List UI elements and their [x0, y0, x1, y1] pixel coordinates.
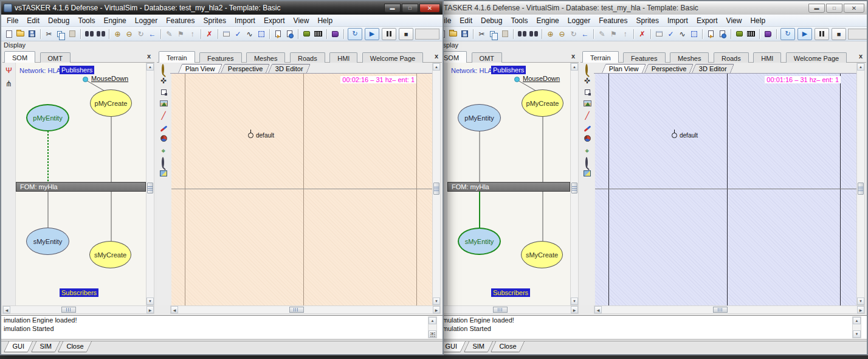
- generate-code-button[interactable]: [706, 29, 716, 40]
- maximize-button[interactable]: □: [402, 4, 418, 13]
- generate-web-button[interactable]: [284, 29, 295, 40]
- display-hscrollbar[interactable]: ◀ ▶: [434, 305, 579, 314]
- menu-debug[interactable]: Debug: [44, 15, 74, 26]
- zoom-out-button[interactable]: ⊖: [557, 29, 567, 40]
- lasso-button[interactable]: ✎: [597, 29, 607, 40]
- minimize-button[interactable]: ▬: [384, 4, 401, 13]
- move-up-button[interactable]: ↑: [187, 29, 198, 40]
- draw-line-icon[interactable]: ╱: [161, 112, 165, 119]
- node-smyentity[interactable]: sMyEntity: [26, 228, 69, 255]
- menu-engine[interactable]: Engine: [532, 15, 563, 26]
- scroll-thumb[interactable]: [61, 307, 76, 313]
- mousedown-label[interactable]: MouseDown: [523, 75, 560, 82]
- menu-file[interactable]: File: [2, 15, 22, 26]
- image-overlay-icon[interactable]: [160, 170, 167, 178]
- stop-sim-button[interactable]: ■: [399, 28, 413, 40]
- log-panel[interactable]: Simulation Engine loaded! Simulation Sta…: [434, 315, 867, 340]
- video-button[interactable]: [313, 29, 323, 40]
- menu-import[interactable]: Import: [230, 15, 260, 26]
- terrain-vscrollbar[interactable]: ▲ ▼: [856, 63, 865, 305]
- tab-omt[interactable]: OMT: [40, 52, 71, 63]
- zoom-out-button[interactable]: ⊖: [124, 29, 134, 40]
- run-sim-button[interactable]: ▶: [797, 28, 812, 40]
- tab-omt[interactable]: OMT: [472, 52, 502, 63]
- rotate-button[interactable]: ↻: [568, 29, 579, 40]
- close-button[interactable]: ✕: [419, 4, 440, 13]
- menu-features[interactable]: Features: [594, 15, 632, 26]
- terrain-hscrollbar[interactable]: ◀ ▶: [170, 305, 441, 314]
- scroll-left-icon[interactable]: ◀: [171, 306, 178, 313]
- sim-speed-field[interactable]: [415, 29, 439, 40]
- pause-sim-button[interactable]: [382, 28, 396, 40]
- tab-meshes[interactable]: Meshes: [670, 52, 709, 63]
- generate-web-button[interactable]: [717, 29, 728, 40]
- rotate-button[interactable]: ↻: [136, 29, 146, 40]
- scroll-right-icon[interactable]: ▶: [857, 306, 864, 313]
- new-file-button[interactable]: [4, 29, 14, 40]
- display-hscrollbar[interactable]: ◀ ▶: [2, 305, 154, 314]
- undo-button[interactable]: ∿: [244, 29, 255, 40]
- stop-sim-button[interactable]: ■: [832, 28, 846, 40]
- zoom-tool-icon[interactable]: [585, 66, 590, 73]
- scroll-down-icon[interactable]: ▼: [853, 330, 861, 338]
- center-view-icon[interactable]: ⌖: [585, 147, 590, 155]
- panel-close-icon[interactable]: x: [571, 52, 575, 60]
- copy-button[interactable]: [488, 29, 498, 40]
- menu-import[interactable]: Import: [663, 15, 692, 26]
- terrain-hscrollbar[interactable]: ◀ ▶: [594, 305, 865, 314]
- tab-plan-view[interactable]: Plan View: [178, 64, 222, 73]
- menu-help[interactable]: Help: [313, 15, 337, 26]
- entity-marker[interactable]: [248, 133, 253, 138]
- publishers-label[interactable]: Publishers: [491, 66, 526, 74]
- scroll-thumb[interactable]: [289, 307, 304, 313]
- generate-code-button[interactable]: [273, 29, 283, 40]
- scroll-right-icon[interactable]: ▶: [571, 306, 578, 313]
- scroll-down-icon[interactable]: ▼: [433, 298, 440, 305]
- paste-button[interactable]: [500, 29, 510, 40]
- flag-button[interactable]: ⚑: [608, 29, 619, 40]
- tab-close[interactable]: Close: [491, 341, 525, 352]
- zoom-select-icon[interactable]: [162, 159, 166, 166]
- scroll-down-icon[interactable]: ▼: [571, 298, 578, 305]
- tab-terrain[interactable]: Terrain: [582, 51, 619, 63]
- titlebar[interactable]: vsTASKER 4.1.6 Defense - VirtualSim - Da…: [1, 1, 443, 15]
- find-entity-button[interactable]: [528, 29, 539, 40]
- find-entity-button[interactable]: [95, 29, 106, 40]
- reset-sim-button[interactable]: ↻: [780, 28, 795, 40]
- tab-perspective[interactable]: Perspective: [221, 64, 270, 73]
- tab-terrain[interactable]: Terrain: [159, 51, 195, 63]
- center-view-icon[interactable]: ⌖: [162, 147, 166, 155]
- pause-sim-button[interactable]: [815, 28, 829, 40]
- menu-sprites[interactable]: Sprites: [199, 15, 230, 26]
- undo-button[interactable]: ∿: [677, 29, 687, 40]
- select-region-icon[interactable]: [161, 89, 167, 96]
- reset-sim-button[interactable]: ↻: [348, 28, 362, 40]
- menu-view[interactable]: View: [289, 15, 314, 26]
- scroll-up-icon[interactable]: ▲: [146, 63, 154, 71]
- menu-tools[interactable]: Tools: [506, 15, 532, 26]
- tab-roads[interactable]: Roads: [290, 52, 325, 63]
- network-grid-button[interactable]: [689, 29, 699, 40]
- snapshot-button[interactable]: [301, 29, 312, 40]
- measure-icon[interactable]: [584, 124, 591, 131]
- flag-button[interactable]: ⚑: [176, 29, 186, 40]
- network-grid-button[interactable]: [256, 29, 266, 40]
- layers-pie-icon[interactable]: [584, 135, 591, 143]
- tab-plan-view[interactable]: Plan View: [602, 64, 646, 73]
- panel-close-icon[interactable]: x: [435, 52, 438, 60]
- close-button[interactable]: ✕: [844, 4, 864, 13]
- menu-export[interactable]: Export: [692, 15, 722, 26]
- select-region-icon[interactable]: [585, 89, 590, 96]
- measure-icon[interactable]: [160, 124, 168, 131]
- terrain-texture-icon[interactable]: [584, 100, 591, 108]
- zoom-in-button[interactable]: ⊕: [112, 29, 123, 40]
- mousedown-label[interactable]: MouseDown: [91, 75, 128, 82]
- node-pmycreate[interactable]: pMyCreate: [522, 89, 563, 117]
- scroll-right-icon[interactable]: ▶: [146, 306, 154, 313]
- node-pmycreate[interactable]: pMyCreate: [90, 89, 132, 117]
- tab-som[interactable]: SOM: [4, 51, 35, 63]
- publishers-label[interactable]: Publishers: [60, 66, 94, 74]
- antenna-icon[interactable]: ⋔: [5, 80, 12, 88]
- tab-features[interactable]: Features: [623, 52, 665, 63]
- menu-debug[interactable]: Debug: [477, 15, 506, 26]
